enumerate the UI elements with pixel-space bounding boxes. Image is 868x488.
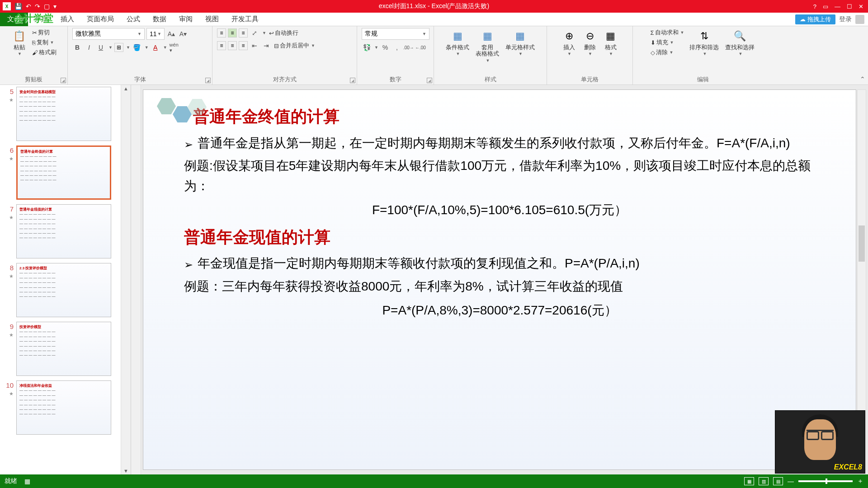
wrap-text-button[interactable]: ↩自动换行 [268,28,299,38]
close-icon[interactable]: ✕ [859,3,863,10]
collapse-ribbon-icon[interactable]: ⌃ [860,75,865,83]
view-page-break-icon[interactable]: ▤ [773,477,783,485]
format-icon: ▦ [604,29,618,43]
align-middle-icon[interactable]: ≡ [228,28,237,38]
view-page-layout-icon[interactable]: ▥ [759,477,769,485]
cut-button[interactable]: ✂剪切 [31,28,51,37]
orientation-icon[interactable]: ⤢ [250,28,259,38]
tab-insert[interactable]: 插入 [54,13,80,26]
autosum-button[interactable]: Σ自动求和▼ [650,28,685,37]
align-top-icon[interactable]: ≡ [217,28,226,38]
slide-thumb-9[interactable]: 9★投资评价模型— — — — — — — —— — — — — — — —— … [4,322,119,376]
sigma-icon: Σ [651,29,654,36]
delete-cells-button[interactable]: ⊖删除▼ [581,28,599,57]
slide-thumb-5[interactable]: 5★资金时间价值基础模型— — — — — — — —— — — — — — —… [4,87,119,141]
shrink-font-icon[interactable]: A▾ [178,29,188,39]
align-left-icon[interactable]: ≡ [217,41,226,50]
align-center-icon[interactable]: ≡ [228,41,237,50]
italic-button[interactable]: I [84,42,94,52]
tab-data[interactable]: 数据 [146,13,173,26]
border-button[interactable]: ⊞ [114,43,123,52]
format-as-table-button[interactable]: ▦套用 表格格式▼ [474,28,501,64]
clear-button[interactable]: ◇清除▼ [650,48,675,57]
status-macro-icon[interactable]: ▦ [24,478,30,485]
font-color-button[interactable]: A [151,42,160,52]
qat-save-icon[interactable]: 💾 [14,3,22,10]
conditional-format-button[interactable]: ▦条件格式▼ [444,28,471,57]
scroll-up-icon[interactable]: ▲ [123,86,128,91]
tab-page-layout[interactable]: 页面布局 [80,13,120,26]
window-title: excel封面11.xlsx - Excel(产品激活失败) [379,2,489,10]
slide-thumb-7[interactable]: 7★普通年金现值的计算— — — — — — — —— — — — — — — … [4,204,119,258]
slide-thumbnail[interactable]: 普通年金现值的计算— — — — — — — —— — — — — — — ——… [16,204,111,258]
slide-canvas[interactable]: 普通年金终值的计算 ➢ 普通年金是指从第一期起，在一定时期内每期期末等额发生的系… [143,89,856,470]
number-format-select[interactable]: 常规▼ [362,28,429,40]
bold-button[interactable]: B [72,42,82,52]
fill-color-button[interactable]: 🪣 [132,42,142,52]
tab-file[interactable]: 文件 [0,13,28,26]
view-normal-icon[interactable]: ▦ [744,477,754,485]
decrease-indent-icon[interactable]: ⇤ [250,41,259,51]
fill-button[interactable]: ⬇填充▼ [650,38,675,47]
sort-filter-button[interactable]: ⇅排序和筛选▼ [688,28,721,57]
tab-view[interactable]: 视图 [199,13,225,26]
font-size-select[interactable]: 11▼ [146,28,165,40]
phonetic-button[interactable]: wén▾ [169,42,179,52]
find-select-button[interactable]: 🔍查找和选择▼ [723,28,756,57]
slide-thumbnail[interactable]: 资金时间价值基础模型— — — — — — — —— — — — — — — —… [16,87,111,141]
slide-thumb-6[interactable]: 6★普通年金终值的计算— — — — — — — —— — — — — — — … [4,145,119,200]
help-icon[interactable]: ? [813,3,816,10]
number-dialog-launcher[interactable]: ◢ [427,78,432,83]
slide-thumb-10[interactable]: 10★净现值法和年金收益— — — — — — — —— — — — — — —… [4,380,119,435]
slide-thumbnail[interactable]: 2.3 投资评价模型— — — — — — — —— — — — — — — —… [16,263,111,317]
underline-button[interactable]: U [96,42,106,52]
minimize-icon[interactable]: — [835,3,840,10]
scrollbar-thumb[interactable] [859,225,865,262]
insert-cells-button[interactable]: ⊕插入▼ [560,28,578,57]
paste-button[interactable]: 📋 粘贴 ▼ [10,28,28,57]
window-options-icon[interactable]: ▭ [823,3,828,10]
zoom-out-icon[interactable]: — [788,478,794,485]
qat-undo-icon[interactable]: ↶ [26,3,31,10]
comma-icon[interactable]: , [392,42,402,52]
increase-indent-icon[interactable]: ⇥ [261,41,271,51]
fill-icon: ⬇ [651,39,656,46]
slide-thumb-8[interactable]: 8★2.3 投资评价模型— — — — — — — —— — — — — — —… [4,263,119,317]
user-avatar[interactable] [855,15,864,24]
cell-styles-button[interactable]: ▦单元格样式▼ [504,28,537,57]
tab-developer[interactable]: 开发工具 [225,13,265,26]
alignment-dialog-launcher[interactable]: ◢ [350,78,355,83]
format-painter-button[interactable]: 🖌格式刷 [31,48,57,57]
clipboard-dialog-launcher[interactable]: ◢ [61,78,66,83]
login-link[interactable]: 登录 [839,15,852,23]
slide-list[interactable]: 5★资金时间价值基础模型— — — — — — — —— — — — — — —… [0,85,131,474]
tab-review[interactable]: 审阅 [173,13,199,26]
accounting-format-icon[interactable]: 💱 [362,42,372,52]
zoom-slider[interactable] [798,480,853,482]
slide-thumbnail[interactable]: 投资评价模型— — — — — — — —— — — — — — — —— — … [16,322,111,376]
slide-thumbnail[interactable]: 净现值法和年金收益— — — — — — — —— — — — — — — ——… [16,380,111,435]
increase-decimal-icon[interactable]: .00→ [404,42,414,52]
slide-panel-scrollbar[interactable]: ▲ ▼ [121,85,131,474]
percent-icon[interactable]: % [380,42,390,52]
group-styles-label: 样式 [485,75,496,84]
decrease-decimal-icon[interactable]: ←.00 [415,42,425,52]
font-dialog-launcher[interactable]: ◢ [205,78,211,83]
format-cells-button[interactable]: ▦格式▼ [602,28,620,57]
align-right-icon[interactable]: ≡ [239,41,248,50]
upload-button[interactable]: ☁拖拽上传 [795,14,835,24]
merge-center-button[interactable]: ⊟合并后居中▼ [273,41,316,50]
qat-more-icon[interactable]: ▾ [53,3,57,10]
align-bottom-icon[interactable]: ≡ [239,28,248,38]
scroll-down-icon[interactable]: ▼ [123,468,128,474]
zoom-in-icon[interactable]: ＋ [857,477,863,485]
qat-new-icon[interactable]: ▢ [44,3,50,10]
maximize-icon[interactable]: ☐ [847,3,852,10]
grow-font-icon[interactable]: A▴ [166,29,176,39]
tab-home[interactable]: 开始 [28,13,54,26]
slide-thumbnail[interactable]: 普通年金终值的计算— — — — — — — —— — — — — — — ——… [16,145,111,200]
font-name-select[interactable]: 微软雅黑▼ [72,28,145,40]
copy-button[interactable]: ⎘复制▼ [31,38,55,47]
qat-redo-icon[interactable]: ↷ [35,3,40,10]
tab-formulas[interactable]: 公式 [120,13,146,26]
